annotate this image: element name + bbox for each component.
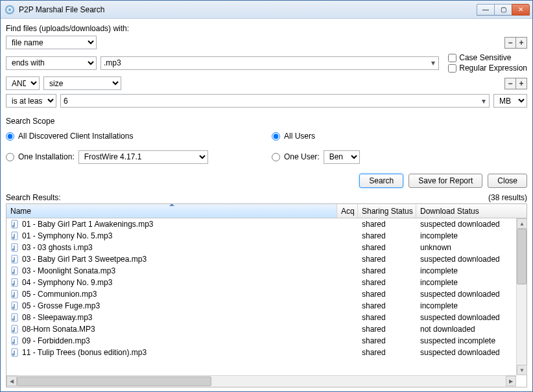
table-row[interactable]: 08 - Sleepaway.mp3sharedsuspected downlo… — [6, 312, 527, 323]
music-file-icon — [10, 325, 19, 334]
criteria-row-2: ends with ▾ Case Sensitive Regular Expre… — [6, 53, 527, 73]
cell-sharing: shared — [358, 336, 416, 345]
sort-asc-icon — [169, 204, 174, 206]
table-row[interactable]: 11 - Tulip Trees (bonus edition).mp3shar… — [6, 347, 527, 358]
music-file-icon — [10, 255, 19, 264]
close-window-button[interactable]: ✕ — [512, 4, 530, 16]
cell-name: 03 - Baby Girl Part 3 Sweetpea.mp3 — [22, 255, 147, 264]
table-header: Name Acq Sharing Status Download Status — [6, 204, 527, 218]
value-input-2[interactable] — [60, 94, 490, 108]
music-file-icon — [10, 348, 19, 357]
content-area: Find files (uploads/downloads) with: fil… — [1, 19, 532, 391]
table-row[interactable]: 03 - 03 ghosts i.mp3sharedunknown — [6, 242, 527, 253]
horizontal-scrollbar[interactable]: ◀ ▶ — [6, 375, 516, 387]
user-select[interactable]: Ben — [324, 150, 360, 164]
column-acq[interactable]: Acq — [337, 204, 358, 218]
table-row[interactable]: 03 - Baby Girl Part 3 Sweetpea.mp3shared… — [6, 253, 527, 265]
close-button[interactable]: Close — [488, 174, 527, 188]
unit-select[interactable]: MB — [493, 94, 527, 108]
cell-name: 11 - Tulip Trees (bonus edition).mp3 — [22, 348, 147, 357]
one-user-radio[interactable] — [272, 153, 280, 161]
scroll-right-arrow-icon[interactable]: ▶ — [506, 376, 516, 386]
scroll-left-arrow-icon[interactable]: ◀ — [6, 376, 17, 386]
maximize-button[interactable]: ▢ — [494, 4, 512, 16]
case-sensitive-checkbox[interactable] — [448, 54, 456, 62]
table-row[interactable]: 09 - Forbidden.mp3sharedsuspected incomp… — [6, 335, 527, 347]
criteria-row-3: AND size − + — [6, 76, 527, 90]
app-window: P2P Marshal File Search — ▢ ✕ Find files… — [0, 0, 533, 392]
cell-sharing: shared — [358, 266, 416, 275]
column-download[interactable]: Download Status — [416, 204, 516, 218]
remove-criteria-2-button[interactable]: − — [504, 78, 516, 89]
search-scope: Search Scope All Discovered Client Insta… — [6, 117, 527, 165]
all-installs-radio[interactable] — [6, 132, 14, 141]
cell-download: incomplete — [416, 278, 516, 287]
one-install-radio[interactable] — [6, 153, 14, 161]
cell-sharing: shared — [358, 231, 416, 240]
field-select-2[interactable]: size — [43, 76, 121, 90]
results-table: Name Acq Sharing Status Download Status … — [6, 203, 527, 387]
add-criteria-1-button[interactable]: + — [515, 37, 527, 49]
music-file-icon — [10, 243, 19, 252]
table-row[interactable]: 03 - Moonlight Sonata.mp3sharedincomplet… — [6, 265, 527, 277]
cell-download: suspected downloaded — [416, 255, 516, 264]
cell-name: 01 - Symphony No. 5.mp3 — [22, 231, 112, 240]
table-row[interactable]: 05 - Communion.mp3sharedsuspected downlo… — [6, 288, 527, 300]
horizontal-scroll-thumb[interactable] — [17, 376, 211, 386]
scroll-up-arrow-icon[interactable]: ▲ — [517, 218, 527, 229]
install-select[interactable]: FrostWire 4.17.1 — [78, 150, 208, 164]
cell-name: 01 - Baby Girl Part 1 Awakenings.mp3 — [22, 220, 154, 229]
cell-download: suspected incomplete — [416, 336, 516, 345]
value-input-1[interactable] — [101, 56, 439, 70]
case-sensitive-label: Case Sensitive — [459, 53, 511, 62]
column-sharing[interactable]: Sharing Status — [358, 204, 416, 218]
table-row[interactable]: 01 - Symphony No. 5.mp3sharedincomplete — [6, 230, 527, 242]
music-file-icon — [10, 313, 19, 322]
cell-sharing: shared — [358, 313, 416, 322]
svg-point-1 — [8, 8, 11, 11]
cell-sharing: shared — [358, 278, 416, 287]
scroll-down-arrow-icon[interactable]: ▼ — [517, 365, 527, 375]
operator-select-1[interactable]: ends with — [6, 56, 97, 70]
cell-sharing: shared — [358, 348, 416, 357]
cell-download: incomplete — [416, 231, 516, 240]
music-file-icon — [10, 290, 19, 299]
save-report-button[interactable]: Save for Report — [409, 174, 482, 188]
table-row[interactable]: 04 - Symphony No. 9.mp3sharedincomplete — [6, 277, 527, 288]
cell-sharing: shared — [358, 243, 416, 252]
cell-sharing: shared — [358, 290, 416, 299]
cell-name: 08-Horn Sonata.MP3 — [22, 325, 95, 334]
search-button[interactable]: Search — [359, 174, 403, 188]
criteria-row-4: is at least ▾ MB — [6, 94, 527, 108]
field-select-1[interactable]: file name — [6, 36, 97, 49]
join-select[interactable]: AND — [6, 76, 40, 90]
table-row[interactable]: 05 - Grosse Fuge.mp3sharedincomplete — [6, 300, 527, 312]
regex-checkbox[interactable] — [448, 64, 456, 73]
cell-download: not downloaded — [416, 325, 516, 334]
add-criteria-2-button[interactable]: + — [515, 78, 527, 89]
cell-name: 03 - Moonlight Sonata.mp3 — [22, 266, 115, 275]
music-file-icon — [10, 220, 19, 229]
regex-label: Regular Expression — [459, 63, 527, 73]
all-users-label: All Users — [284, 132, 315, 141]
table-row[interactable]: 08-Horn Sonata.MP3sharednot downloaded — [6, 323, 527, 335]
cell-sharing: shared — [358, 255, 416, 264]
column-name[interactable]: Name — [6, 204, 337, 218]
scope-label: Search Scope — [6, 117, 527, 126]
all-users-radio[interactable] — [272, 132, 280, 141]
all-installs-label: All Discovered Client Installations — [18, 132, 133, 141]
operator-select-2[interactable]: is at least — [6, 94, 56, 108]
cell-name: 03 - 03 ghosts i.mp3 — [22, 243, 93, 252]
vertical-scroll-thumb[interactable] — [517, 229, 527, 284]
table-row[interactable]: 01 - Baby Girl Part 1 Awakenings.mp3shar… — [6, 218, 527, 230]
cell-name: 09 - Forbidden.mp3 — [22, 336, 90, 345]
one-user-label: One User: — [284, 152, 320, 161]
remove-criteria-1-button[interactable]: − — [504, 37, 516, 49]
cell-download: suspected downloaded — [416, 290, 516, 299]
music-file-icon — [10, 278, 19, 287]
vertical-scrollbar[interactable]: ▲ ▼ — [516, 218, 527, 375]
cell-download: suspected downloaded — [416, 348, 516, 357]
minimize-button[interactable]: — — [477, 4, 495, 16]
music-file-icon — [10, 336, 19, 345]
cell-download: incomplete — [416, 266, 516, 275]
